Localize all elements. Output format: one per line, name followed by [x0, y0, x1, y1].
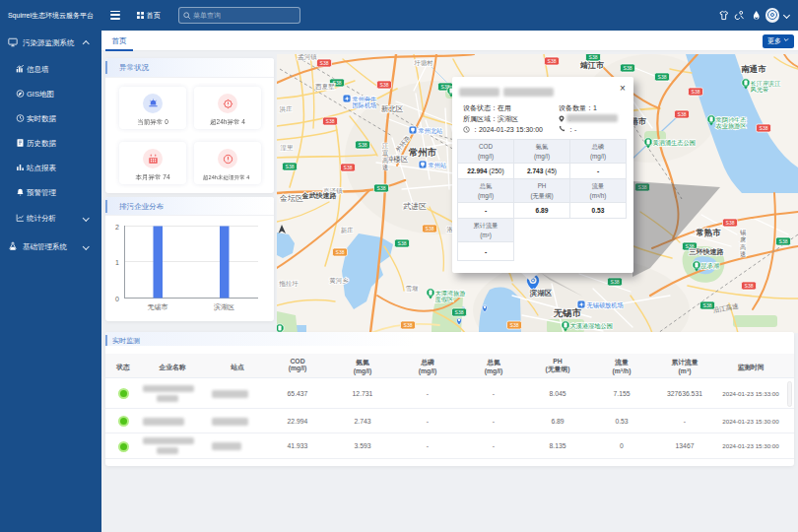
svg-text:南通市: 南通市 — [741, 64, 766, 74]
svg-text:新北区: 新北区 — [381, 104, 404, 113]
svg-text:洪庄: 洪庄 — [280, 105, 294, 113]
svg-text:S38: S38 — [455, 309, 464, 315]
svg-text:黄河乡: 黄河乡 — [329, 277, 349, 285]
svg-text:拖拉圩: 拖拉圩 — [278, 280, 299, 287]
svg-text:0: 0 — [115, 296, 119, 302]
svg-text:常州站: 常州站 — [429, 162, 447, 169]
svg-text:S38: S38 — [380, 82, 389, 88]
svg-text:武进区: 武进区 — [403, 202, 427, 211]
svg-text:2: 2 — [115, 224, 119, 231]
svg-text:S38: S38 — [336, 249, 345, 255]
svg-text:S38: S38 — [658, 74, 667, 80]
svg-text:1: 1 — [115, 259, 119, 266]
svg-text:金坛区: 金坛区 — [279, 194, 303, 203]
svg-text:钟楼区: 钟楼区 — [385, 155, 409, 164]
svg-text:S38: S38 — [404, 322, 413, 328]
svg-text:无锡硕放机场: 无锡硕放机场 — [587, 301, 624, 309]
svg-text:S38: S38 — [692, 89, 700, 95]
svg-text:无锡市: 无锡市 — [148, 302, 168, 311]
svg-text:S38: S38 — [589, 54, 598, 60]
svg-text:金武快速路: 金武快速路 — [301, 192, 338, 200]
svg-text:靖江市: 靖江市 — [579, 60, 604, 70]
svg-text:S38: S38 — [359, 142, 367, 148]
svg-text:高: 高 — [382, 157, 388, 164]
svg-text:圩塘村: 圩塘村 — [413, 59, 433, 67]
svg-text:虞: 虞 — [740, 235, 746, 242]
svg-text:湟里: 湟里 — [281, 144, 295, 152]
svg-text:S38: S38 — [745, 283, 754, 289]
svg-text:度假区: 度假区 — [435, 296, 454, 303]
svg-text:速: 速 — [382, 164, 388, 170]
svg-text:黄泗浦生态公园: 黄泗浦生态公园 — [653, 139, 696, 147]
svg-text:农业旅游区: 农业旅游区 — [716, 122, 747, 130]
svg-text:常熟市: 常熟市 — [696, 228, 721, 237]
svg-text:常州市: 常州市 — [409, 147, 437, 158]
svg-text:新庄: 新庄 — [341, 227, 355, 233]
svg-text:S38: S38 — [398, 240, 407, 246]
svg-text:S38: S38 — [320, 60, 329, 66]
svg-text:风光带: 风光带 — [751, 86, 769, 94]
svg-text:S38: S38 — [377, 185, 386, 191]
svg-text:S38: S38 — [510, 322, 519, 328]
svg-text:昆承湖: 昆承湖 — [701, 262, 720, 270]
svg-text:S38: S38 — [779, 238, 788, 244]
svg-text:S38: S38 — [624, 65, 632, 71]
svg-text:S38: S38 — [760, 125, 768, 131]
svg-text:西夏墅: 西夏墅 — [314, 83, 335, 91]
svg-text:常州北站: 常州北站 — [419, 127, 443, 135]
svg-text:宜: 宜 — [382, 149, 388, 156]
svg-text:S38: S38 — [703, 302, 712, 308]
svg-text:S38: S38 — [286, 164, 295, 169]
svg-text:滨湖区: 滨湖区 — [529, 289, 553, 298]
svg-text:S38: S38 — [344, 165, 353, 170]
svg-text:大溪港湿地公园: 大溪港湿地公园 — [570, 322, 613, 330]
svg-text:孟河镇: 孟河镇 — [298, 54, 317, 61]
svg-text:滨湖区: 滨湖区 — [214, 302, 234, 311]
svg-text:S38: S38 — [726, 220, 735, 226]
svg-text:三环快速路: 三环快速路 — [690, 248, 725, 256]
svg-text:雪堰: 雪堰 — [406, 285, 420, 293]
svg-text:S38: S38 — [548, 58, 557, 64]
svg-text:速: 速 — [740, 250, 746, 257]
svg-text:S38: S38 — [611, 279, 620, 285]
svg-text:S38: S38 — [326, 118, 335, 124]
svg-text:国际机场: 国际机场 — [353, 101, 377, 109]
svg-text:S38: S38 — [678, 111, 687, 117]
svg-text:无锡市: 无锡市 — [553, 307, 582, 318]
svg-text:高: 高 — [740, 243, 746, 250]
svg-text:S38: S38 — [426, 226, 434, 232]
